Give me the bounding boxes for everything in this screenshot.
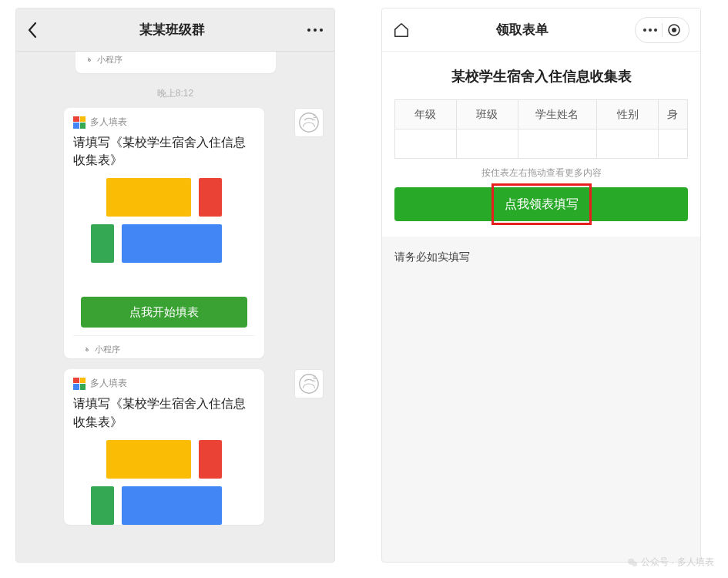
col-more: 身 (658, 100, 687, 129)
capsule-close-icon[interactable] (663, 19, 686, 41)
card-illustration (83, 178, 245, 286)
svg-point-7 (654, 29, 657, 32)
claim-button[interactable]: 点我领表填写 (394, 187, 688, 221)
miniprogram-card[interactable]: 多人填表 请填写《某校学生宿舍入住信息收集表》 点我开始填表 小程序 (64, 108, 264, 358)
form-body: 某校学生宿舍入住信息收集表 年级 班级 学生姓名 性别 身 (382, 52, 700, 237)
sender-avatar[interactable] (294, 369, 324, 398)
claim-button-wrap: 点我领表填写 (394, 187, 688, 221)
more-icon[interactable] (307, 28, 324, 32)
miniprogram-footer: 小程序 (75, 52, 276, 69)
app-logo-icon (73, 116, 86, 129)
col-name: 学生姓名 (518, 100, 597, 129)
table-row[interactable] (395, 129, 688, 159)
table-header-row: 年级 班级 学生姓名 性别 身 (395, 100, 688, 129)
watermark-prefix: 公众号 (641, 556, 669, 569)
chat-body: 小程序 晚上8:12 多人填表 请填写《某校学生宿舍入住信息收集表》 点我开始填… (16, 52, 334, 562)
previous-card-clip[interactable]: 小程序 (75, 52, 276, 73)
card-app-name: 多人填表 (90, 116, 127, 129)
watermark-sep: · (672, 557, 674, 568)
card-illustration (83, 440, 245, 525)
svg-point-5 (643, 29, 646, 32)
miniprogram-label: 小程序 (95, 344, 120, 355)
capsule-buttons (635, 17, 689, 43)
card-title: 请填写《某校学生宿舍入住信息收集表》 (73, 395, 255, 430)
home-icon[interactable] (393, 22, 410, 39)
svg-point-0 (307, 29, 310, 32)
col-class: 班级 (456, 100, 518, 129)
message-row: 多人填表 请填写《某校学生宿舍入住信息收集表》 点我开始填表 小程序 (16, 108, 334, 369)
card-app-name: 多人填表 (90, 377, 127, 390)
app-logo-icon (73, 378, 86, 390)
watermark-name: 多人填表 (677, 556, 714, 569)
timestamp: 晚上8:12 (16, 87, 334, 100)
svg-point-11 (632, 561, 636, 566)
message-row: 多人填表 请填写《某校学生宿舍入住信息收集表》 (16, 369, 334, 535)
back-icon[interactable] (27, 22, 38, 39)
miniprogram-icon (82, 345, 92, 355)
miniprogram-card[interactable]: 多人填表 请填写《某校学生宿舍入住信息收集表》 (64, 369, 264, 524)
note-text: 请务必如实填写 (382, 237, 700, 278)
miniprogram-label: 小程序 (97, 54, 122, 66)
form-table[interactable]: 年级 班级 学生姓名 性别 身 (394, 99, 688, 159)
page-title: 领取表单 (410, 21, 635, 39)
chat-header: 某某班级群 (16, 8, 334, 52)
watermark: 公众号 · 多人填表 (627, 556, 714, 569)
scroll-hint: 按住表左右拖动查看更多内容 (394, 166, 688, 180)
form-header: 领取表单 (382, 8, 700, 52)
svg-point-6 (649, 29, 652, 32)
capsule-more-icon[interactable] (639, 19, 662, 41)
sender-avatar[interactable] (294, 108, 324, 137)
col-gender: 性别 (597, 100, 659, 129)
start-fill-button[interactable]: 点我开始填表 (81, 297, 247, 328)
chat-title: 某某班级群 (38, 21, 307, 39)
svg-point-9 (672, 28, 676, 32)
svg-point-2 (320, 29, 323, 32)
wechat-chat-screen: 某某班级群 小程序 晚上8:12 多人填表 (15, 8, 335, 563)
card-title: 请填写《某校学生宿舍入住信息收集表》 (73, 133, 255, 169)
svg-point-1 (314, 29, 317, 32)
miniprogram-footer: 小程序 (73, 335, 255, 358)
form-title: 某校学生宿舍入住信息收集表 (394, 67, 688, 86)
miniprogram-icon (85, 55, 94, 65)
wechat-icon (627, 557, 638, 568)
form-claim-screen: 领取表单 某校学生宿舍入住信息收集表 年级 班级 学生姓名 (381, 8, 701, 563)
col-grade: 年级 (395, 100, 457, 129)
